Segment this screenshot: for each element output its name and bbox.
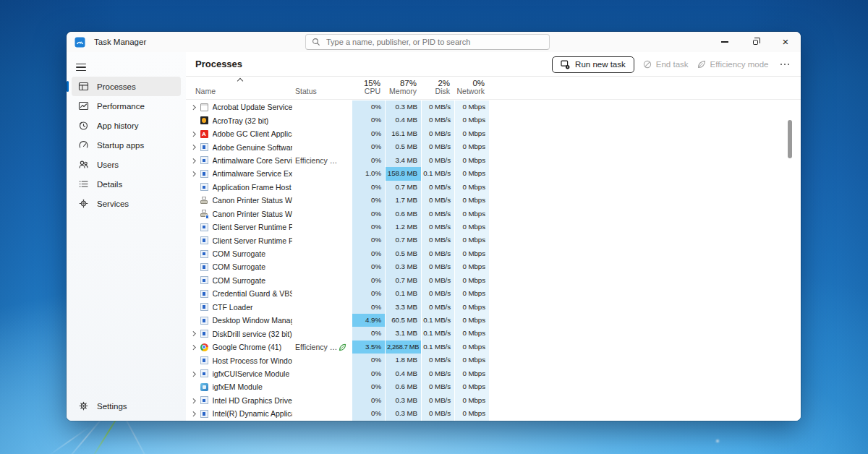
process-row[interactable]: Canon Printer Status Window …0%0.6 MB0 M…	[186, 207, 801, 220]
column-header-cpu[interactable]: 15%CPU	[352, 77, 385, 99]
run-new-task-button[interactable]: Run new task	[552, 56, 634, 73]
process-name: Desktop Window Manager	[213, 316, 293, 325]
cell-value: 0 Mbps	[454, 140, 489, 153]
process-status-cell	[292, 314, 352, 327]
process-row[interactable]: DiskDrill service (32 bit)0%3.1 MB0.1 MB…	[186, 327, 801, 340]
cell-value: 0 Mbps	[454, 234, 489, 247]
process-row[interactable]: Google Chrome (41)Efficiency …3.5%2,268.…	[186, 340, 801, 354]
cell-value: 0 Mbps	[454, 100, 489, 113]
process-row[interactable]: Client Server Runtime Process0%1.2 MB0 M…	[186, 220, 801, 234]
efficiency-mode-button[interactable]: Efficiency mode	[697, 60, 769, 69]
process-row[interactable]: igfxEM Module0%0.6 MB0 MB/s0 Mbps	[186, 380, 801, 393]
cell-value: 0%	[352, 207, 385, 220]
process-row[interactable]: Acrobat Update Service (32 bit)0%0.3 MB0…	[186, 100, 801, 113]
expand-chevron-icon[interactable]	[191, 398, 195, 403]
wallpaper-sparkle	[716, 440, 719, 442]
minimize-button[interactable]	[710, 32, 740, 52]
sidebar-item-settings[interactable]: Settings	[72, 396, 181, 416]
chrome-icon	[200, 343, 208, 351]
performance-icon	[78, 100, 89, 111]
column-header-name[interactable]: Name	[195, 87, 216, 95]
expand-chevron-icon[interactable]	[191, 331, 195, 335]
process-name: Host Process for Windows Tasks	[213, 356, 293, 365]
cell-value: 0 Mbps	[454, 220, 489, 234]
process-row[interactable]: Antimalware Service Executable1.0%158.8 …	[186, 167, 801, 180]
expand-chevron-icon[interactable]	[191, 132, 195, 136]
column-header-status[interactable]: Status	[295, 87, 317, 95]
scrollbar-thumb[interactable]	[788, 120, 792, 158]
process-row[interactable]: COM Surrogate0%0.5 MB0 MB/s0 Mbps	[186, 247, 801, 260]
desktop-background: { "colors": { "accent": "#0067c0", "heat…	[0, 0, 868, 454]
process-name-cell: Intel(R) Dynamic Application L…	[186, 407, 292, 420]
more-options-icon	[780, 64, 783, 66]
expand-chevron-icon[interactable]	[191, 345, 195, 349]
process-row[interactable]: COM Surrogate0%0.7 MB0 MB/s0 Mbps	[186, 274, 801, 287]
search-box[interactable]	[305, 34, 550, 50]
process-row[interactable]: Intel HD Graphics Drivers for …0%0.3 MB0…	[186, 394, 801, 407]
cell-value: 0%	[352, 100, 385, 113]
cell-value: 0%	[352, 274, 385, 287]
sidebar-item-services[interactable]: Services	[72, 194, 181, 213]
cell-value: 0 Mbps	[454, 367, 489, 380]
process-row[interactable]: igfxCUIService Module0%0.4 MB0 MB/s0 Mbp…	[186, 367, 801, 380]
cell-value: 0 Mbps	[454, 301, 489, 314]
cell-value: 0%	[352, 354, 385, 367]
cell-value: 0 Mbps	[454, 154, 489, 167]
search-input[interactable]	[326, 38, 543, 46]
process-row[interactable]: COM Surrogate0%0.3 MB0 MB/s0 Mbps	[186, 260, 801, 273]
task-manager-window: Task Manager ProcessesPerformanceApp his…	[67, 32, 801, 421]
details-icon	[78, 179, 89, 189]
more-options-button[interactable]	[778, 64, 793, 66]
process-name: DiskDrill service (32 bit)	[213, 330, 292, 338]
expand-chevron-icon[interactable]	[191, 145, 195, 149]
process-name-cell: Intel HD Graphics Drivers for …	[186, 394, 292, 407]
process-row[interactable]: Antimalware Core ServiceEfficiency …0%3.…	[186, 154, 801, 167]
process-row[interactable]: AcroTray (32 bit)0%0.4 MB0 MB/s0 Mbps	[186, 113, 801, 127]
end-task-button[interactable]: End task	[643, 60, 689, 69]
expand-chevron-icon[interactable]	[191, 158, 195, 163]
expand-chevron-icon[interactable]	[191, 105, 195, 109]
process-row[interactable]: AAdobe GC Client Application (…0%16.1 MB…	[186, 127, 801, 140]
column-header-memory[interactable]: 87%Memory	[385, 77, 421, 99]
process-row[interactable]: Credential Guard & VBS Key Is…0%0.1 MB0 …	[186, 287, 801, 300]
expand-chevron-icon[interactable]	[191, 171, 195, 176]
process-row[interactable]: Client Server Runtime Process0%0.7 MB0 M…	[186, 234, 801, 247]
process-row[interactable]: Adobe Genuine Software Servi…0%0.5 MB0 M…	[186, 140, 801, 153]
sidebar-item-details[interactable]: Details	[72, 174, 181, 194]
process-row[interactable]: Intel(R) Dynamic Application L…0%0.3 MB0…	[186, 407, 801, 420]
process-name: Acrobat Update Service (32 bit)	[213, 103, 293, 111]
close-button[interactable]	[770, 32, 801, 52]
process-row[interactable]: Canon Printer Status Window0%1.7 MB0 MB/…	[186, 194, 801, 207]
cell-value: 0.4 MB	[385, 367, 421, 380]
process-row[interactable]: Host Process for Windows Tasks0%1.8 MB0 …	[186, 354, 801, 367]
column-header-disk[interactable]: 2%Disk	[421, 77, 454, 99]
sidebar-item-processes[interactable]: Processes	[72, 77, 181, 96]
process-name: igfxEM Module	[213, 382, 263, 391]
column-header-network[interactable]: 0%Network	[454, 77, 489, 99]
sidebar-item-performance[interactable]: Performance	[72, 96, 181, 116]
process-status-cell	[292, 354, 352, 367]
cell-value: 0.4 MB	[385, 113, 421, 127]
process-name-cell: Google Chrome (41)	[186, 340, 292, 354]
menu-toggle-button[interactable]	[74, 58, 95, 77]
cell-value: 0 Mbps	[454, 194, 489, 207]
sidebar-item-users[interactable]: Users	[72, 155, 181, 174]
cell-value: 0.5 MB	[385, 140, 421, 153]
process-row[interactable]: Desktop Window Manager4.9%60.5 MB0.1 MB/…	[186, 314, 801, 327]
cell-value: 0%	[352, 154, 385, 167]
process-name-cell: Antimalware Core Service	[186, 154, 292, 167]
restore-button[interactable]	[740, 32, 770, 52]
process-row[interactable]: CTF Loader0%3.3 MB0 MB/s0 Mbps	[186, 301, 801, 314]
task-manager-app-icon	[75, 37, 85, 48]
cell-value: 3.3 MB	[385, 301, 421, 314]
expand-chevron-icon[interactable]	[191, 372, 195, 376]
process-name-cell: Credential Guard & VBS Key Is…	[186, 287, 292, 300]
sidebar-item-startup-apps[interactable]: Startup apps	[72, 135, 181, 155]
sidebar-item-app-history[interactable]: App history	[72, 116, 181, 135]
expand-chevron-icon[interactable]	[191, 411, 195, 416]
services-icon	[78, 198, 89, 209]
process-row[interactable]: Application Frame Host0%0.7 MB0 MB/s0 Mb…	[186, 181, 801, 194]
app-window-icon	[200, 156, 208, 164]
process-status-cell	[292, 407, 352, 420]
cell-value: 0%	[352, 181, 385, 194]
